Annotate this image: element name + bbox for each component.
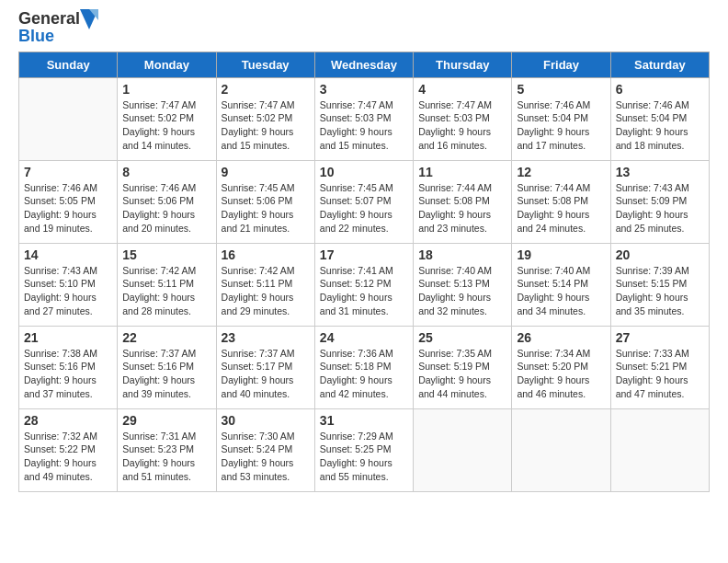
- day-info: Sunrise: 7:46 AM Sunset: 5:04 PM Dayligh…: [517, 98, 605, 153]
- day-info: Sunrise: 7:47 AM Sunset: 5:02 PM Dayligh…: [222, 98, 310, 153]
- day-number: 12: [517, 165, 605, 179]
- calendar-day-cell: 6Sunrise: 7:46 AM Sunset: 5:04 PM Daylig…: [610, 77, 709, 160]
- day-number: 16: [222, 247, 310, 262]
- day-info: Sunrise: 7:40 AM Sunset: 5:13 PM Dayligh…: [418, 264, 506, 318]
- day-info: Sunrise: 7:45 AM Sunset: 5:06 PM Dayligh…: [222, 181, 310, 236]
- calendar-week-row: 7Sunrise: 7:46 AM Sunset: 5:05 PM Daylig…: [19, 160, 710, 243]
- day-number: 21: [24, 330, 112, 345]
- calendar-day-cell: [19, 77, 118, 160]
- calendar-day-cell: 18Sunrise: 7:40 AM Sunset: 5:13 PM Dayli…: [414, 243, 512, 326]
- day-info: Sunrise: 7:34 AM Sunset: 5:20 PM Dayligh…: [517, 347, 605, 401]
- calendar-day-cell: 27Sunrise: 7:33 AM Sunset: 5:21 PM Dayli…: [610, 326, 709, 408]
- day-number: 19: [517, 247, 605, 262]
- calendar-day-cell: 20Sunrise: 7:39 AM Sunset: 5:15 PM Dayli…: [610, 243, 709, 326]
- day-info: Sunrise: 7:41 AM Sunset: 5:12 PM Dayligh…: [320, 264, 408, 318]
- day-info: Sunrise: 7:46 AM Sunset: 5:04 PM Dayligh…: [616, 98, 704, 153]
- calendar-day-cell: 16Sunrise: 7:42 AM Sunset: 5:11 PM Dayli…: [216, 243, 314, 326]
- day-info: Sunrise: 7:44 AM Sunset: 5:08 PM Dayligh…: [418, 181, 506, 236]
- day-number: 14: [24, 247, 112, 262]
- calendar-week-row: 14Sunrise: 7:43 AM Sunset: 5:10 PM Dayli…: [19, 243, 710, 326]
- day-number: 9: [222, 165, 310, 179]
- logo-blue-text: Blue: [18, 28, 98, 46]
- calendar-day-cell: 28Sunrise: 7:32 AM Sunset: 5:22 PM Dayli…: [19, 408, 118, 491]
- page-container: GeneralBlue SundayMondayTuesdayWednesday…: [0, 0, 728, 511]
- day-number: 13: [616, 165, 704, 179]
- day-info: Sunrise: 7:47 AM Sunset: 5:03 PM Dayligh…: [320, 98, 408, 153]
- weekday-header: Friday: [512, 52, 610, 77]
- calendar-day-cell: 12Sunrise: 7:44 AM Sunset: 5:08 PM Dayli…: [512, 160, 610, 243]
- day-number: 20: [616, 247, 704, 262]
- day-number: 18: [418, 247, 506, 262]
- calendar-day-cell: 17Sunrise: 7:41 AM Sunset: 5:12 PM Dayli…: [314, 243, 413, 326]
- weekday-header: Thursday: [414, 52, 512, 77]
- day-info: Sunrise: 7:32 AM Sunset: 5:22 PM Dayligh…: [24, 430, 112, 484]
- calendar-day-cell: 21Sunrise: 7:38 AM Sunset: 5:16 PM Dayli…: [19, 326, 118, 408]
- calendar-header-row: SundayMondayTuesdayWednesdayThursdayFrid…: [19, 52, 710, 77]
- calendar-day-cell: [610, 408, 709, 491]
- weekday-header: Monday: [118, 52, 216, 77]
- day-info: Sunrise: 7:46 AM Sunset: 5:05 PM Dayligh…: [24, 181, 112, 236]
- day-number: 28: [24, 413, 112, 428]
- calendar-day-cell: 5Sunrise: 7:46 AM Sunset: 5:04 PM Daylig…: [512, 77, 610, 160]
- calendar-day-cell: 29Sunrise: 7:31 AM Sunset: 5:23 PM Dayli…: [118, 408, 216, 491]
- day-info: Sunrise: 7:47 AM Sunset: 5:02 PM Dayligh…: [122, 98, 210, 153]
- calendar-day-cell: 24Sunrise: 7:36 AM Sunset: 5:18 PM Dayli…: [314, 326, 413, 408]
- day-number: 15: [122, 247, 210, 262]
- logo: GeneralBlue: [18, 9, 98, 46]
- calendar-week-row: 21Sunrise: 7:38 AM Sunset: 5:16 PM Dayli…: [19, 326, 710, 408]
- day-number: 17: [320, 247, 408, 262]
- calendar-week-row: 28Sunrise: 7:32 AM Sunset: 5:22 PM Dayli…: [19, 408, 710, 491]
- calendar-week-row: 1Sunrise: 7:47 AM Sunset: 5:02 PM Daylig…: [19, 77, 710, 160]
- day-info: Sunrise: 7:36 AM Sunset: 5:18 PM Dayligh…: [320, 347, 408, 401]
- calendar-day-cell: 30Sunrise: 7:30 AM Sunset: 5:24 PM Dayli…: [216, 408, 314, 491]
- calendar-day-cell: 13Sunrise: 7:43 AM Sunset: 5:09 PM Dayli…: [610, 160, 709, 243]
- day-number: 6: [616, 82, 704, 97]
- day-number: 30: [222, 413, 310, 428]
- day-info: Sunrise: 7:37 AM Sunset: 5:16 PM Dayligh…: [122, 347, 210, 401]
- weekday-header: Wednesday: [314, 52, 413, 77]
- day-number: 22: [122, 330, 210, 345]
- calendar-day-cell: 25Sunrise: 7:35 AM Sunset: 5:19 PM Dayli…: [414, 326, 512, 408]
- calendar-day-cell: 23Sunrise: 7:37 AM Sunset: 5:17 PM Dayli…: [216, 326, 314, 408]
- day-info: Sunrise: 7:33 AM Sunset: 5:21 PM Dayligh…: [616, 347, 704, 401]
- day-info: Sunrise: 7:45 AM Sunset: 5:07 PM Dayligh…: [320, 181, 408, 236]
- day-info: Sunrise: 7:31 AM Sunset: 5:23 PM Dayligh…: [122, 430, 210, 484]
- calendar-day-cell: 8Sunrise: 7:46 AM Sunset: 5:06 PM Daylig…: [118, 160, 216, 243]
- day-info: Sunrise: 7:35 AM Sunset: 5:19 PM Dayligh…: [418, 347, 506, 401]
- calendar-day-cell: 3Sunrise: 7:47 AM Sunset: 5:03 PM Daylig…: [314, 77, 413, 160]
- day-number: 29: [122, 413, 210, 428]
- day-info: Sunrise: 7:42 AM Sunset: 5:11 PM Dayligh…: [122, 264, 210, 318]
- calendar-day-cell: 15Sunrise: 7:42 AM Sunset: 5:11 PM Dayli…: [118, 243, 216, 326]
- logo: GeneralBlue: [18, 9, 98, 46]
- calendar-day-cell: 2Sunrise: 7:47 AM Sunset: 5:02 PM Daylig…: [216, 77, 314, 160]
- calendar-day-cell: 10Sunrise: 7:45 AM Sunset: 5:07 PM Dayli…: [314, 160, 413, 243]
- calendar-day-cell: 26Sunrise: 7:34 AM Sunset: 5:20 PM Dayli…: [512, 326, 610, 408]
- day-number: 31: [320, 413, 408, 428]
- day-info: Sunrise: 7:42 AM Sunset: 5:11 PM Dayligh…: [222, 264, 310, 318]
- page-header: GeneralBlue: [18, 9, 710, 46]
- weekday-header: Sunday: [19, 52, 118, 77]
- day-info: Sunrise: 7:30 AM Sunset: 5:24 PM Dayligh…: [222, 430, 310, 484]
- day-number: 2: [222, 82, 310, 97]
- calendar-day-cell: 14Sunrise: 7:43 AM Sunset: 5:10 PM Dayli…: [19, 243, 118, 326]
- weekday-header: Saturday: [610, 52, 709, 77]
- day-info: Sunrise: 7:40 AM Sunset: 5:14 PM Dayligh…: [517, 264, 605, 318]
- day-info: Sunrise: 7:43 AM Sunset: 5:10 PM Dayligh…: [24, 264, 112, 318]
- day-number: 25: [418, 330, 506, 345]
- calendar-day-cell: 4Sunrise: 7:47 AM Sunset: 5:03 PM Daylig…: [414, 77, 512, 160]
- calendar-day-cell: [512, 408, 610, 491]
- day-info: Sunrise: 7:47 AM Sunset: 5:03 PM Dayligh…: [418, 98, 506, 153]
- calendar-day-cell: [414, 408, 512, 491]
- calendar-day-cell: 11Sunrise: 7:44 AM Sunset: 5:08 PM Dayli…: [414, 160, 512, 243]
- day-info: Sunrise: 7:37 AM Sunset: 5:17 PM Dayligh…: [222, 347, 310, 401]
- day-number: 8: [122, 165, 210, 179]
- day-number: 23: [222, 330, 310, 345]
- day-number: 27: [616, 330, 704, 345]
- calendar-day-cell: 19Sunrise: 7:40 AM Sunset: 5:14 PM Dayli…: [512, 243, 610, 326]
- day-number: 5: [517, 82, 605, 97]
- day-info: Sunrise: 7:44 AM Sunset: 5:08 PM Dayligh…: [517, 181, 605, 236]
- day-number: 11: [418, 165, 506, 179]
- calendar-day-cell: 31Sunrise: 7:29 AM Sunset: 5:25 PM Dayli…: [314, 408, 413, 491]
- day-info: Sunrise: 7:46 AM Sunset: 5:06 PM Dayligh…: [122, 181, 210, 236]
- calendar-day-cell: 9Sunrise: 7:45 AM Sunset: 5:06 PM Daylig…: [216, 160, 314, 243]
